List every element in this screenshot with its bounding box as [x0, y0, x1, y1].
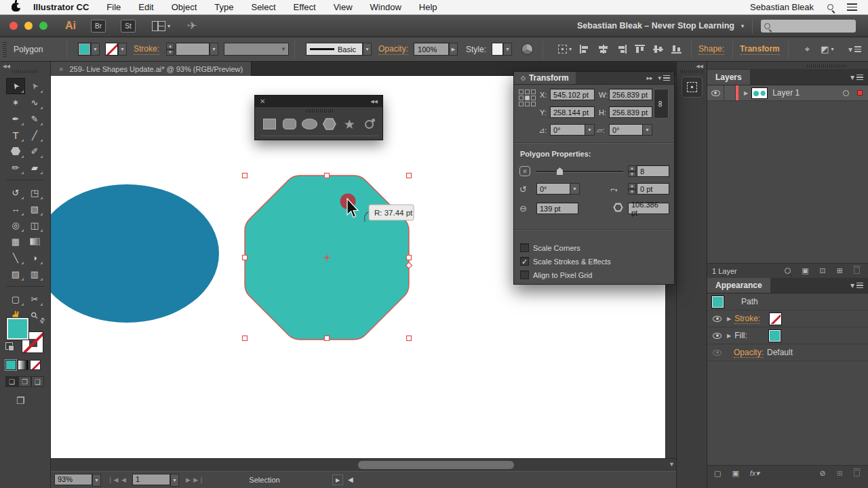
menu-view[interactable]: View: [334, 2, 353, 12]
artboard-number-field[interactable]: 1: [132, 474, 170, 485]
menu-type[interactable]: Type: [214, 2, 233, 12]
layers-panel-menu-icon[interactable]: ▾: [850, 70, 863, 85]
stroke-weight-dropdown[interactable]: ▼: [210, 43, 218, 56]
artboard-tool[interactable]: ▢: [6, 291, 25, 307]
transform-panel-menu-icon[interactable]: ▾: [658, 75, 670, 81]
new-layer-icon[interactable]: ⊞: [837, 266, 843, 275]
arrange-documents-icon[interactable]: [152, 21, 165, 31]
scale-tool[interactable]: ◳: [25, 184, 44, 201]
free-transform-tool[interactable]: ▧: [25, 201, 44, 217]
rotate-angle-dropdown[interactable]: 0°▼: [550, 124, 595, 136]
panel-expand-icon[interactable]: ▸▸: [646, 75, 652, 81]
select-similar-caret[interactable]: ▾: [831, 46, 833, 52]
blue-ellipse[interactable]: [51, 184, 219, 323]
color-button[interactable]: [5, 360, 16, 370]
star-tool-icon[interactable]: ★: [340, 115, 358, 133]
menu-file[interactable]: File: [106, 2, 121, 12]
corner-radius-stepper[interactable]: ▲▼: [628, 183, 636, 195]
window-zoom-button[interactable]: [39, 22, 47, 30]
h-field[interactable]: 256.839 pt: [609, 106, 652, 118]
type-tool[interactable]: T: [6, 127, 25, 143]
layer-visibility-toggle[interactable]: [707, 85, 724, 100]
delete-item-icon[interactable]: [854, 470, 860, 478]
stroke-color-dropdown[interactable]: ▼: [118, 43, 127, 56]
lasso-tool[interactable]: ∿: [25, 94, 44, 110]
spotlight-search-icon[interactable]: [827, 4, 833, 10]
w-field[interactable]: 256.839 pt: [609, 89, 652, 100]
last-artboard-button[interactable]: ▶ ▶❘: [186, 476, 205, 483]
stroke-weight-stepper[interactable]: ▲▼: [166, 43, 174, 56]
slice-tool[interactable]: ✂: [25, 291, 44, 307]
shear-angle-dropdown[interactable]: 0°▼: [609, 124, 652, 136]
fill-proxy-swatch[interactable]: [7, 318, 28, 340]
graphic-style-dropdown[interactable]: ▼: [503, 43, 512, 56]
layer-disclosure-icon[interactable]: ▶: [744, 90, 748, 96]
direct-selection-tool[interactable]: ➤: [25, 78, 44, 94]
rotate-tool[interactable]: ↺: [6, 184, 25, 201]
add-new-stroke-icon[interactable]: ▢: [714, 469, 721, 478]
bounding-box-options-caret[interactable]: ▾: [569, 46, 572, 52]
symbol-sprayer-tool[interactable]: ▨: [6, 266, 25, 282]
layers-panel-tab[interactable]: Layers: [707, 70, 750, 85]
slider-thumb[interactable]: [557, 167, 563, 175]
fill-disclosure-icon[interactable]: ▶: [727, 333, 731, 339]
new-sublayer-icon[interactable]: ⊡: [820, 266, 826, 275]
make-clipping-mask-icon[interactable]: ▣: [802, 266, 808, 275]
gradient-tool[interactable]: [25, 233, 44, 249]
fill-visibility-eye-icon[interactable]: [713, 333, 722, 339]
status-collapse-icon[interactable]: ◀: [348, 476, 353, 483]
perspective-grid-tool[interactable]: ◫: [25, 217, 44, 233]
appearance-row-opacity[interactable]: Opacity: Default: [707, 344, 868, 361]
column-graph-tool[interactable]: ▥: [25, 266, 44, 282]
fill-color-dropdown[interactable]: ▼: [91, 43, 100, 56]
stroke-visibility-eye-icon[interactable]: [713, 316, 722, 322]
transform-panel-tab[interactable]: ◇Transform: [514, 72, 576, 84]
polygon-tool-icon[interactable]: [321, 115, 338, 133]
duplicate-item-icon[interactable]: ⊞: [837, 469, 843, 478]
align-left-button[interactable]: [580, 45, 590, 54]
align-horizontal-center-button[interactable]: [598, 45, 608, 54]
stroke-panel-link[interactable]: Stroke:: [134, 44, 159, 55]
menu-window[interactable]: Window: [370, 2, 401, 12]
stroke-attribute-link[interactable]: Stroke:: [734, 314, 760, 324]
isolate-selected-object-icon[interactable]: ⌖: [805, 44, 810, 55]
stroke-color-swatch[interactable]: [105, 43, 118, 56]
clear-appearance-icon[interactable]: ⊘: [820, 469, 826, 478]
sides-field[interactable]: 8: [637, 165, 669, 177]
stroke-none-swatch[interactable]: [770, 313, 781, 325]
menu-help[interactable]: Help: [419, 2, 437, 12]
align-top-button[interactable]: [635, 45, 645, 54]
curvature-tool[interactable]: ✎: [25, 110, 44, 127]
cc-sync-icon[interactable]: ✈: [186, 20, 197, 32]
none-button[interactable]: [30, 360, 41, 370]
select-similar-objects-icon[interactable]: ◩: [821, 44, 829, 54]
add-new-fill-icon[interactable]: ▣: [732, 469, 738, 478]
first-artboard-button[interactable]: ❘◀ ◀: [108, 476, 127, 483]
align-right-button[interactable]: [616, 45, 627, 54]
flare-tool-icon[interactable]: [361, 115, 378, 133]
layer-name[interactable]: Layer 1: [772, 88, 800, 98]
menu-object[interactable]: Object: [172, 2, 197, 12]
layer-thumbnail[interactable]: [751, 87, 768, 99]
line-segment-tool[interactable]: ╱: [25, 127, 44, 143]
tab-close-icon[interactable]: ×: [59, 65, 63, 73]
window-close-button[interactable]: [9, 22, 18, 30]
scroll-down-arrow-icon[interactable]: ▼: [669, 461, 675, 468]
opacity-panel-link[interactable]: Opacity:: [378, 44, 408, 55]
y-field[interactable]: 258.144 pt: [550, 106, 595, 118]
cc-profile-label[interactable]: Sebastian Bleak – Never Stop Learning: [577, 21, 734, 30]
help-search-input[interactable]: [761, 20, 856, 33]
polygon-shape-tool[interactable]: [6, 143, 25, 159]
eyedropper-tool[interactable]: ╲: [6, 249, 25, 266]
menu-edit[interactable]: Edit: [138, 2, 153, 12]
menu-select[interactable]: Select: [251, 2, 275, 12]
side-length-field[interactable]: 139 pt: [536, 203, 578, 214]
appearance-row-stroke[interactable]: ▶ Stroke:: [707, 310, 868, 327]
eraser-tool[interactable]: ▰: [25, 159, 44, 176]
selection-tool[interactable]: ➤: [6, 78, 25, 94]
layer-row[interactable]: ▶ Layer 1: [707, 85, 868, 101]
polygon-sides-slider[interactable]: [536, 171, 623, 173]
shape-builder-tool[interactable]: ◎: [6, 217, 25, 233]
brush-definition-dropdown[interactable]: ▼: [363, 43, 372, 56]
shapes-panel-close-icon[interactable]: ✕: [260, 98, 265, 105]
